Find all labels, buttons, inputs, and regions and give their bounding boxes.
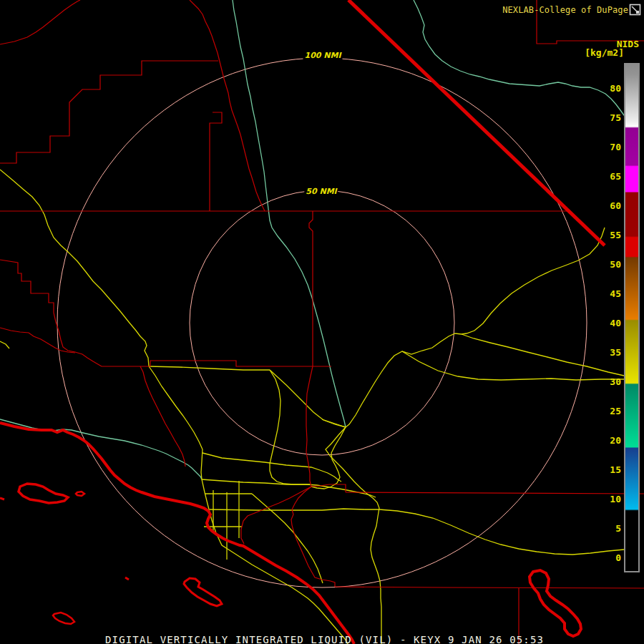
colorbar-tick-label: 0 (592, 552, 621, 563)
colorbar-units: [kg/m2] (585, 47, 624, 58)
island-san-clemente (53, 613, 74, 624)
colorbar-tick-label: 60 (592, 200, 621, 211)
colorbar-tick-label: 75 (592, 112, 621, 123)
range-ring-50nmi (190, 190, 454, 455)
colorbar-tick-label: 80 (592, 83, 621, 94)
colorbar-tick-label: 15 (592, 464, 621, 475)
colorbar-tick-label: 5 (592, 523, 621, 534)
rivers (0, 0, 628, 479)
product-caption: DIGITAL VERTICALLY INTEGRATED LIQUID (VI… (105, 634, 544, 644)
colorbar-tick-label: 20 (592, 435, 621, 446)
salton-sea-shoreline (530, 570, 581, 636)
island-catalina (184, 578, 222, 606)
colorbar-tick-label: 70 (592, 142, 621, 152)
colorbar (624, 63, 640, 572)
island-edge-speck (0, 498, 4, 499)
range-ring-50-label: 50 NMI (304, 187, 338, 196)
colorbar-tick-label: 10 (592, 494, 621, 504)
radar-display: NEXLAB-College of DuPage NIDS [kg/m2] 10… (0, 0, 644, 644)
external-link-icon (629, 4, 641, 16)
page-title: NEXLAB-College of DuPage (502, 5, 628, 15)
colorbar-tick-label: 35 (592, 347, 621, 358)
county-borders (0, 0, 644, 644)
range-ring-100-label: 100 NMI (303, 51, 342, 60)
colorbar-gradient (625, 64, 638, 571)
colorbar-tick-label: 45 (592, 288, 621, 299)
colorbar-tick-label: 30 (592, 376, 621, 387)
colorbar-tick-label: 55 (592, 230, 621, 240)
island-anacapa (76, 492, 84, 496)
colorbar-tick-label: 40 (592, 318, 621, 328)
colorbar-tick-label: 25 (592, 406, 621, 416)
state-border-line (348, 0, 605, 245)
radar-map (0, 0, 644, 644)
range-rings (57, 58, 587, 587)
island-santa-cruz (19, 484, 68, 503)
coastline (0, 423, 354, 644)
island-speck (125, 577, 129, 580)
colorbar-tick-label: 65 (592, 171, 621, 182)
range-ring-100nmi (57, 58, 587, 587)
colorbar-tick-label: 50 (592, 259, 621, 270)
